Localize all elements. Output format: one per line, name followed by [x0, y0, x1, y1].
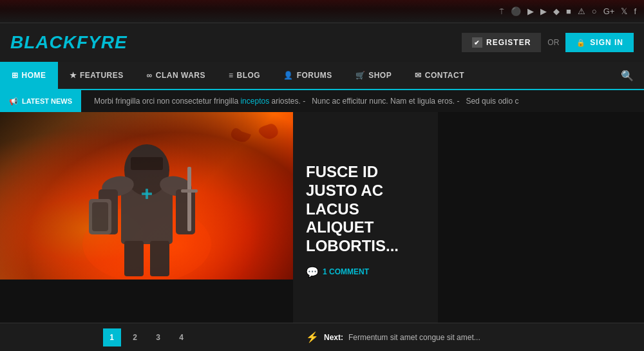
contact-icon: ✉ — [415, 71, 422, 80]
page-3-button[interactable]: 3 — [149, 328, 167, 346]
svg-rect-8 — [124, 241, 144, 276]
logo: BLACKFYRE — [10, 32, 128, 53]
social-bar: ⍑ ⚫ ▶ ▶ ◆ ■ ⚠ ○ G+ 𝕏 f — [0, 0, 644, 23]
megaphone-icon: 📢 — [9, 97, 18, 106]
clan-wars-icon: ∞ — [147, 71, 153, 80]
logo-cyan: FYRE — [77, 32, 128, 52]
vimeo-icon[interactable]: ▶ — [527, 6, 534, 16]
svg-rect-7 — [176, 189, 195, 234]
knight-svg — [57, 115, 237, 280]
header-actions: ✔ REGISTER OR 🔒 SIGN IN — [462, 33, 634, 52]
latest-news-bar: 📢 LATEST NEWS Morbi fringilla orci non c… — [0, 90, 644, 112]
dribbble-icon[interactable]: ⚫ — [511, 6, 521, 16]
rss-icon[interactable]: ⍑ — [499, 6, 504, 16]
nav-item-shop[interactable]: 🛒 SHOP — [344, 62, 404, 89]
comments-count[interactable]: 1 COMMENT — [323, 267, 369, 276]
steam-icon[interactable]: ⚠ — [578, 6, 585, 16]
main-nav: ⊞ HOME ★ FEATURES ∞ CLAN WARS ≡ BLOG 👤 F… — [0, 62, 644, 90]
home-icon: ⊞ — [12, 71, 19, 80]
next-label: ⚡ Next: Fermentum sit amet congue sit am… — [293, 331, 644, 343]
search-button[interactable]: 🔍 — [611, 62, 644, 89]
svg-rect-15 — [146, 189, 148, 199]
featured-post-meta: 💬 1 COMMENT — [306, 266, 425, 278]
featured-slider: FUSCE ID JUSTO AC LACUS ALIQUET LOBORTIS… — [0, 112, 438, 323]
page-2-button[interactable]: 2 — [126, 328, 144, 346]
forums-icon: 👤 — [283, 71, 294, 80]
news-ticker: Morbi fringilla orci non consectetur fri… — [81, 97, 531, 106]
slider-content: FUSCE ID JUSTO AC LACUS ALIQUET LOBORTIS… — [0, 112, 438, 323]
signin-icon: 🔒 — [576, 37, 586, 48]
svg-rect-3 — [131, 157, 163, 170]
blog-icon: ≡ — [229, 71, 234, 80]
nav-item-clan-wars[interactable]: ∞ CLAN WARS — [135, 62, 217, 89]
lightning-icon: ⚡ — [306, 331, 319, 343]
facebook-icon[interactable]: f — [634, 6, 636, 16]
youtube-icon[interactable]: ▶ — [540, 6, 547, 16]
nav-item-home[interactable]: ⊞ HOME — [0, 62, 58, 89]
register-icon: ✔ — [472, 37, 482, 48]
features-icon: ★ — [70, 71, 77, 80]
slider-pagination: 1 2 3 4 — [0, 328, 293, 346]
google-plus-icon[interactable]: G+ — [603, 6, 615, 16]
latest-news-label: 📢 LATEST NEWS — [0, 90, 81, 112]
main-content: FUSCE ID JUSTO AC LACUS ALIQUET LOBORTIS… — [0, 112, 644, 323]
next-text-label: Next: — [324, 333, 343, 342]
slider-info: FUSCE ID JUSTO AC LACUS ALIQUET LOBORTIS… — [293, 112, 438, 323]
logo-black: BLACK — [10, 32, 77, 52]
svg-rect-13 — [181, 189, 198, 193]
nav-item-blog[interactable]: ≡ BLOG — [217, 62, 272, 89]
page-1-button[interactable]: 1 — [103, 328, 121, 346]
header: BLACKFYRE ✔ REGISTER OR 🔒 SIGN IN — [0, 23, 644, 62]
svg-rect-9 — [150, 241, 169, 276]
nav-item-contact[interactable]: ✉ CONTACT — [403, 62, 476, 89]
twitter-icon[interactable]: 𝕏 — [621, 6, 627, 16]
pagination-bar: 1 2 3 4 ⚡ Next: Fermentum sit amet congu… — [0, 323, 644, 351]
instagram-icon[interactable]: ■ — [566, 6, 571, 16]
twitch-icon[interactable]: ◆ — [553, 6, 560, 16]
svg-rect-12 — [187, 167, 191, 231]
page-4-button[interactable]: 4 — [173, 328, 191, 346]
signin-button[interactable]: 🔒 SIGN IN — [565, 33, 634, 52]
comment-icon: 💬 — [306, 266, 319, 278]
svg-rect-11 — [92, 202, 108, 231]
pinterest-icon[interactable]: ○ — [592, 6, 597, 16]
or-label: OR — [547, 38, 559, 47]
nav-item-features[interactable]: ★ FEATURES — [58, 62, 135, 89]
nav-item-forums[interactable]: 👤 FORUMS — [272, 62, 344, 89]
nav-spacer — [476, 62, 611, 89]
dragon-svg — [229, 119, 280, 157]
next-post-title: Fermentum sit amet congue sit amet... — [348, 333, 480, 342]
featured-post-title: FUSCE ID JUSTO AC LACUS ALIQUET LOBORTIS… — [306, 163, 425, 256]
slider-image — [0, 112, 293, 280]
register-button[interactable]: ✔ REGISTER — [462, 33, 541, 52]
search-icon: 🔍 — [621, 70, 634, 82]
shop-icon: 🛒 — [355, 71, 366, 80]
